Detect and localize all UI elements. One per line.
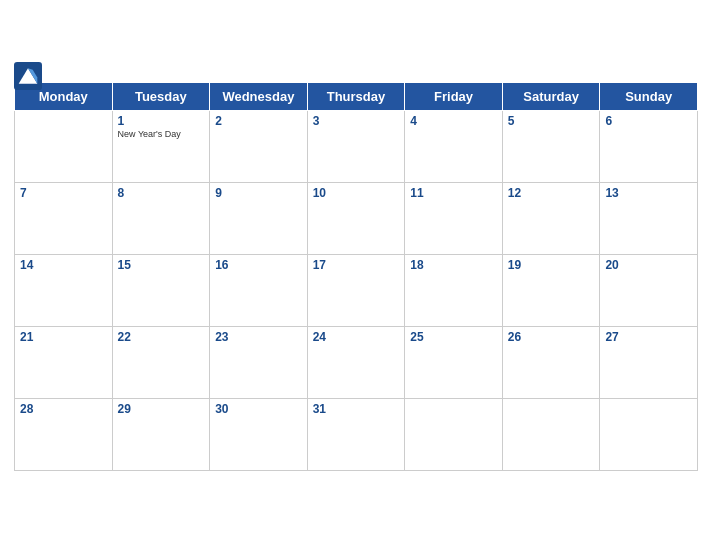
calendar-cell: 14 xyxy=(15,254,113,326)
week-row-3: 14151617181920 xyxy=(15,254,698,326)
calendar-cell: 25 xyxy=(405,326,503,398)
calendar-cell: 26 xyxy=(502,326,600,398)
calendar-cell: 24 xyxy=(307,326,405,398)
week-row-1: 1New Year's Day23456 xyxy=(15,110,698,182)
calendar-cell: 17 xyxy=(307,254,405,326)
brand-logo-icon xyxy=(14,62,42,90)
calendar-table: MondayTuesdayWednesdayThursdayFridaySatu… xyxy=(14,82,698,471)
day-number: 16 xyxy=(215,258,302,272)
calendar-wrapper: MondayTuesdayWednesdayThursdayFridaySatu… xyxy=(0,66,712,485)
col-header-tuesday: Tuesday xyxy=(112,82,210,110)
calendar-cell: 11 xyxy=(405,182,503,254)
day-number: 7 xyxy=(20,186,107,200)
day-number: 27 xyxy=(605,330,692,344)
week-row-2: 78910111213 xyxy=(15,182,698,254)
calendar-cell: 31 xyxy=(307,398,405,470)
day-number: 12 xyxy=(508,186,595,200)
calendar-cell: 4 xyxy=(405,110,503,182)
calendar-cell: 29 xyxy=(112,398,210,470)
col-header-saturday: Saturday xyxy=(502,82,600,110)
day-number: 5 xyxy=(508,114,595,128)
calendar-cell: 18 xyxy=(405,254,503,326)
day-number: 22 xyxy=(118,330,205,344)
day-number: 24 xyxy=(313,330,400,344)
day-number: 21 xyxy=(20,330,107,344)
day-number: 31 xyxy=(313,402,400,416)
day-number: 15 xyxy=(118,258,205,272)
day-number: 6 xyxy=(605,114,692,128)
day-number: 1 xyxy=(118,114,205,128)
calendar-cell: 15 xyxy=(112,254,210,326)
calendar-cell: 9 xyxy=(210,182,308,254)
calendar-cell xyxy=(502,398,600,470)
day-number: 25 xyxy=(410,330,497,344)
calendar-cell: 2 xyxy=(210,110,308,182)
calendar-cell: 6 xyxy=(600,110,698,182)
day-number: 17 xyxy=(313,258,400,272)
day-number: 2 xyxy=(215,114,302,128)
brand xyxy=(14,62,44,90)
calendar-cell: 3 xyxy=(307,110,405,182)
day-number: 29 xyxy=(118,402,205,416)
day-number: 19 xyxy=(508,258,595,272)
calendar-cell: 13 xyxy=(600,182,698,254)
calendar-cell: 12 xyxy=(502,182,600,254)
day-number: 26 xyxy=(508,330,595,344)
day-number: 11 xyxy=(410,186,497,200)
col-header-sunday: Sunday xyxy=(600,82,698,110)
calendar-cell: 1New Year's Day xyxy=(112,110,210,182)
holiday-label: New Year's Day xyxy=(118,129,205,140)
col-header-friday: Friday xyxy=(405,82,503,110)
calendar-cell: 22 xyxy=(112,326,210,398)
day-number: 18 xyxy=(410,258,497,272)
calendar-cell: 16 xyxy=(210,254,308,326)
col-header-wednesday: Wednesday xyxy=(210,82,308,110)
calendar-cell: 10 xyxy=(307,182,405,254)
day-number: 9 xyxy=(215,186,302,200)
day-number: 23 xyxy=(215,330,302,344)
day-number: 4 xyxy=(410,114,497,128)
day-headers-row: MondayTuesdayWednesdayThursdayFridaySatu… xyxy=(15,82,698,110)
calendar-cell: 21 xyxy=(15,326,113,398)
day-number: 13 xyxy=(605,186,692,200)
col-header-thursday: Thursday xyxy=(307,82,405,110)
calendar-cell: 20 xyxy=(600,254,698,326)
calendar-cell: 8 xyxy=(112,182,210,254)
calendar-cell xyxy=(405,398,503,470)
calendar-cell: 5 xyxy=(502,110,600,182)
day-number: 30 xyxy=(215,402,302,416)
day-number: 14 xyxy=(20,258,107,272)
calendar-cell: 7 xyxy=(15,182,113,254)
week-row-4: 21222324252627 xyxy=(15,326,698,398)
calendar-cell: 30 xyxy=(210,398,308,470)
calendar-cell xyxy=(15,110,113,182)
day-number: 3 xyxy=(313,114,400,128)
calendar-cell: 23 xyxy=(210,326,308,398)
calendar-cell xyxy=(600,398,698,470)
week-row-5: 28293031 xyxy=(15,398,698,470)
calendar-cell: 19 xyxy=(502,254,600,326)
day-number: 10 xyxy=(313,186,400,200)
calendar-cell: 28 xyxy=(15,398,113,470)
day-number: 20 xyxy=(605,258,692,272)
day-number: 8 xyxy=(118,186,205,200)
day-number: 28 xyxy=(20,402,107,416)
calendar-cell: 27 xyxy=(600,326,698,398)
